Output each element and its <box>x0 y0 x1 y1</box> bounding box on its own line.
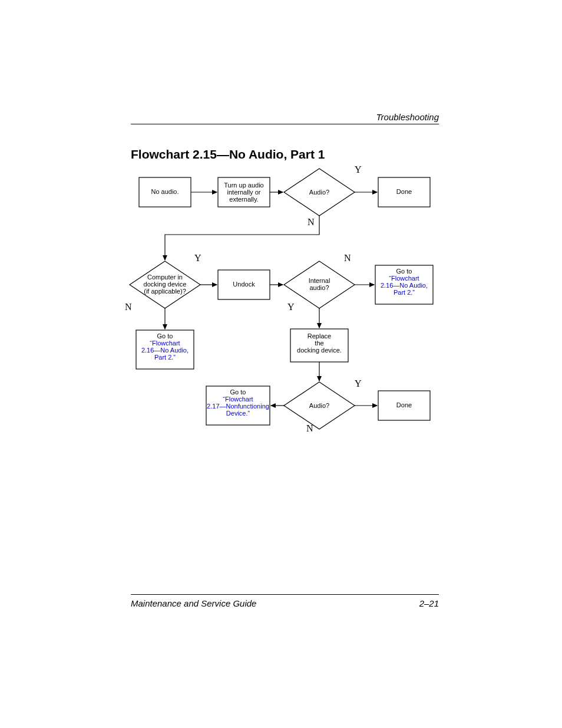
node-internal-l2: audio? <box>309 284 329 291</box>
header-rule <box>131 124 439 124</box>
node-goto217-link2[interactable]: 2.17—Nonfunctioning <box>207 403 269 410</box>
node-goto216a-link3[interactable]: Part 2.” <box>394 289 415 296</box>
node-goto217-plain: Go to <box>230 388 246 396</box>
node-docking-l1: Computer in <box>147 274 183 281</box>
node-goto216b-plain: Go to <box>157 332 173 340</box>
lbl-audio2-n: N <box>306 423 313 433</box>
node-docking-l3: (if applicable)? <box>144 288 186 295</box>
page-title: Flowchart 2.15—No Audio, Part 1 <box>131 147 325 162</box>
node-done2-text: Done <box>396 401 412 409</box>
footer-rule <box>131 594 439 595</box>
node-undock-text: Undock <box>233 281 255 288</box>
node-goto216b-link2[interactable]: 2.16—No Audio, <box>141 347 189 354</box>
node-goto216a-link2[interactable]: 2.16—No Audio, <box>381 282 428 289</box>
footer-right: 2–21 <box>419 598 439 608</box>
node-replace-l3: docking device. <box>297 347 342 354</box>
node-goto216b-link1[interactable]: “Flowchart <box>150 340 180 347</box>
lbl-int-y: Y <box>287 302 295 312</box>
page: Troubleshooting Flowchart 2.15—No Audio,… <box>0 0 562 728</box>
node-replace-l1: Replace <box>308 332 331 340</box>
node-audio1-text: Audio? <box>309 189 329 196</box>
node-docking-l2: docking device <box>144 281 187 288</box>
node-turnup-l2: internally or <box>227 189 261 196</box>
edge-audio1n-docking <box>165 216 319 260</box>
node-turnup-l3: externally. <box>229 196 258 203</box>
node-audio2-text: Audio? <box>309 402 329 409</box>
lbl-audio1-y: Y <box>355 164 362 174</box>
node-goto216a-link1[interactable]: “Flowchart <box>389 275 419 282</box>
lbl-int-n: N <box>344 253 351 263</box>
lbl-dock-y: Y <box>194 253 201 263</box>
node-goto216b-link3[interactable]: Part 2.” <box>154 354 176 361</box>
node-goto217-link3[interactable]: Device.” <box>226 410 250 417</box>
lbl-audio1-n: N <box>308 217 315 227</box>
node-goto216a-plain: Go to <box>396 268 412 275</box>
footer-left: Maintenance and Service Guide <box>131 598 256 608</box>
lbl-audio2-y: Y <box>355 378 362 388</box>
node-internal-l1: Internal <box>309 277 330 284</box>
flowchart: No audio. Turn up audio internally or ex… <box>131 164 439 441</box>
node-replace-l2: the <box>315 340 323 347</box>
lbl-dock-n: N <box>125 302 132 312</box>
node-start-text: No audio. <box>151 188 178 195</box>
node-done1-text: Done <box>396 188 412 195</box>
node-goto217-link1[interactable]: “Flowchart <box>223 396 253 403</box>
section-header: Troubleshooting <box>376 112 439 122</box>
node-turnup-l1: Turn up audio <box>224 182 263 189</box>
